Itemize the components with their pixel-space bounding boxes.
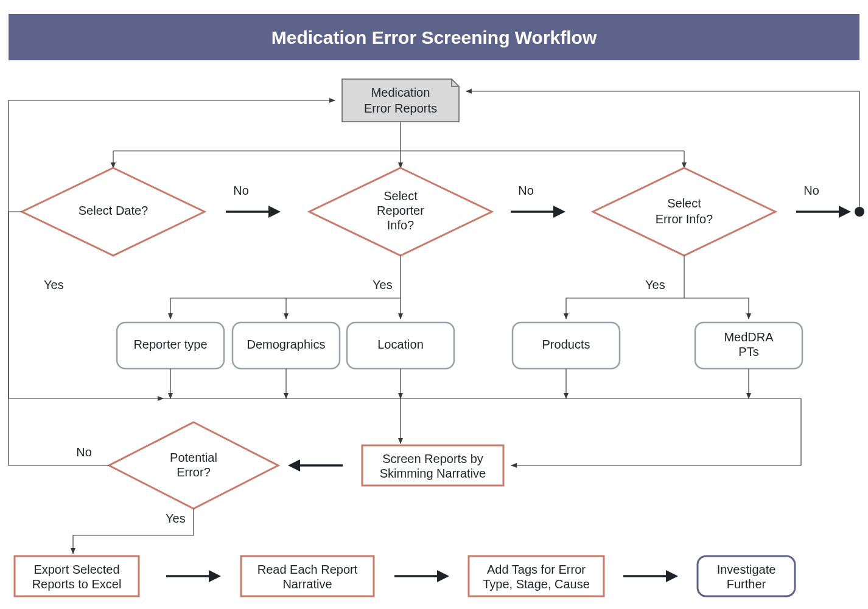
process-read: Read Each Report Narrative: [241, 556, 374, 596]
start-node: Medication Error Reports: [342, 79, 459, 122]
title-bar: Medication Error Screening Workflow: [9, 14, 859, 60]
filter-products: Products: [513, 322, 620, 369]
decision-select-error: Select Error Info?: [593, 168, 775, 256]
label-no-potential: No: [76, 445, 92, 459]
decision-reporter-l1: Select: [383, 189, 418, 203]
label-no-1: No: [233, 184, 249, 197]
decision-reporter-l3: Info?: [387, 218, 414, 232]
decision-error-l1: Select: [667, 197, 701, 210]
filter-location-label: Location: [377, 338, 424, 351]
terminal-dot: [855, 207, 864, 217]
read-l1: Read Each Report: [257, 563, 358, 576]
filter-products-label: Products: [542, 338, 590, 351]
label-yes-reporter: Yes: [373, 278, 393, 291]
read-l2: Narrative: [282, 577, 332, 591]
filter-meddra-l2: PTs: [738, 345, 758, 358]
label-yes-potential: Yes: [166, 512, 186, 525]
label-yes-error: Yes: [645, 278, 665, 291]
workflow-diagram: Medication Error Screening Workflow Medi…: [0, 0, 868, 609]
potential-l2: Error?: [177, 465, 211, 479]
tags-l1: Add Tags for Error: [487, 563, 586, 576]
decision-potential-error: Potential Error?: [109, 422, 278, 509]
decision-select-date: Select Date?: [22, 168, 205, 256]
start-label-2: Error Reports: [364, 102, 437, 115]
start-label-1: Medication: [371, 86, 430, 99]
screen-l1: Screen Reports by: [382, 452, 483, 465]
filter-meddra: MedDRA PTs: [695, 322, 802, 369]
label-no-2: No: [518, 184, 534, 197]
process-investigate: Investigate Further: [698, 556, 795, 596]
investigate-l1: Investigate: [717, 563, 776, 576]
tags-l2: Type, Stage, Cause: [483, 577, 590, 591]
process-screen-reports: Screen Reports by Skimming Narrative: [362, 445, 503, 485]
filter-demographics-label: Demographics: [247, 338, 326, 351]
svg-marker-8: [593, 168, 775, 256]
potential-l1: Potential: [170, 451, 217, 464]
investigate-l2: Further: [727, 577, 766, 591]
label-no-3: No: [803, 184, 819, 197]
filter-meddra-l1: MedDRA: [724, 330, 774, 344]
filter-demographics: Demographics: [233, 322, 340, 369]
filter-reporter-type: Reporter type: [117, 322, 224, 369]
export-l1: Export Selected: [33, 563, 119, 576]
decision-select-reporter: Select Reporter Info?: [309, 168, 492, 256]
decision-reporter-l2: Reporter: [377, 204, 424, 217]
decision-date-label: Select Date?: [79, 204, 149, 217]
process-tags: Add Tags for Error Type, Stage, Cause: [469, 556, 604, 596]
screen-l2: Skimming Narrative: [380, 467, 486, 480]
label-yes-date: Yes: [44, 278, 64, 291]
decision-error-l2: Error Info?: [656, 212, 713, 226]
process-export: Export Selected Reports to Excel: [15, 556, 139, 596]
filter-location: Location: [347, 322, 454, 369]
filter-reporter-type-label: Reporter type: [133, 338, 207, 351]
export-l2: Reports to Excel: [32, 577, 122, 591]
page-title: Medication Error Screening Workflow: [271, 27, 597, 47]
